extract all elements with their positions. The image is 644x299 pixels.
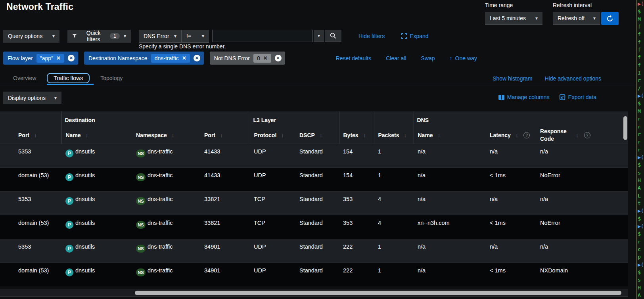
flow-row[interactable]: domain (53)PdnsutilsNSdns-traffic33821TC…: [0, 215, 628, 239]
cell-dest_port: 41433: [200, 144, 250, 167]
export-data-link[interactable]: Export data: [560, 94, 596, 100]
traffic-flows-table: DestinationL3 LayerDNSPort↕Name↕Namespac…: [0, 111, 628, 286]
column-header-port[interactable]: Port↕: [0, 127, 61, 144]
column-header-dscp[interactable]: DSCP↕: [295, 127, 339, 144]
namespace-badge: NS: [136, 221, 146, 229]
namespace-badge: NS: [136, 150, 146, 157]
column-group-header: [374, 111, 414, 127]
column-header-dns_response_code[interactable]: Response Code↕?: [536, 127, 628, 144]
search-icon: [330, 33, 336, 39]
vertical-scrollbar[interactable]: [623, 116, 627, 140]
cell-packets: 1: [374, 144, 414, 167]
terminal-text-fragment: M: [637, 15, 644, 23]
cell-bytes: 154: [339, 144, 374, 167]
horizontal-scrollbar[interactable]: [135, 291, 621, 295]
remove-chip-icon[interactable]: ✕: [182, 55, 186, 61]
sort-icon[interactable]: ↕: [516, 132, 518, 138]
refresh-interval-select[interactable]: Refresh off ▾: [553, 12, 600, 25]
flow-row[interactable]: 5353PdnsutilsNSdns-traffic34901UDPStanda…: [0, 239, 628, 263]
column-group-header: DNS: [414, 111, 628, 127]
column-header-protocol[interactable]: Protocol↕: [250, 127, 295, 144]
column-header-dns_latency[interactable]: Latency↕?: [486, 127, 536, 144]
chip-group-not-dns-error: Not DNS Error 0 ✕ ✕: [210, 52, 285, 65]
terminal-text-fragment: $: [637, 230, 644, 238]
terminal-text-fragment: s: [637, 276, 644, 284]
column-header-dest_port[interactable]: Port↕: [200, 127, 250, 144]
sort-icon[interactable]: ↕: [172, 132, 174, 138]
tab-topology[interactable]: Topology: [94, 73, 129, 83]
flow-row[interactable]: domain (53)PdnsutilsNSdns-traffic41433UD…: [0, 167, 628, 191]
remove-chip-icon[interactable]: ✕: [263, 55, 268, 61]
one-way-link[interactable]: ↑ One way: [450, 55, 477, 61]
terminal-text-fragment: H: [637, 176, 644, 184]
column-header-dns_name[interactable]: Name↕: [414, 127, 486, 144]
terminal-text-fragment: r: [637, 123, 644, 130]
cell-packets: 1: [374, 263, 414, 286]
sort-icon[interactable]: ↕: [220, 132, 223, 138]
sort-icon[interactable]: ↕: [34, 132, 37, 138]
sort-icon[interactable]: ↕: [320, 132, 322, 138]
help-icon[interactable]: ?: [584, 132, 590, 138]
column-header-bytes[interactable]: Bytes↕: [339, 127, 374, 144]
filter-field-select[interactable]: DNS Error ▾: [139, 30, 181, 42]
column-header-dest_namespace[interactable]: Namespace↕: [132, 127, 200, 144]
pod-badge: P: [65, 268, 73, 276]
cell-dscp: Standard: [295, 167, 339, 191]
namespace-badge: NS: [136, 268, 146, 276]
sort-icon[interactable]: ↕: [86, 132, 88, 138]
background-terminal-sliver: ▶($MffffffIr/▶($Mrrrrr▶($sHALt▶($▶($rcp▶…: [636, 0, 644, 299]
clear-all-link[interactable]: Clear all: [386, 55, 406, 61]
remove-chip-icon[interactable]: ✕: [56, 55, 61, 61]
cell-bytes: 353: [339, 215, 374, 239]
chevron-down-icon: ▾: [124, 33, 126, 39]
cell-dscp: Standard: [295, 263, 339, 286]
sort-icon[interactable]: ↕: [363, 132, 366, 138]
flow-row[interactable]: domain (53)PdnsutilsNSdns-traffic34901UD…: [0, 263, 628, 286]
sort-icon[interactable]: ↕: [576, 132, 579, 138]
remove-chip-group-icon[interactable]: ✕: [68, 55, 75, 61]
cell-packets: 4: [374, 191, 414, 215]
time-range-select[interactable]: Last 5 minutes ▾: [485, 12, 542, 25]
cell-dns_name: n/a: [414, 144, 486, 167]
sort-icon[interactable]: ↕: [404, 132, 406, 138]
chevron-down-icon: ▾: [202, 33, 204, 39]
tab-traffic-flows[interactable]: Traffic flows: [47, 73, 90, 83]
sort-icon[interactable]: ↕: [438, 132, 441, 138]
swap-link[interactable]: Swap: [421, 55, 435, 61]
show-histogram-link[interactable]: Show histogram: [493, 75, 532, 82]
column-label: Response Code: [540, 128, 571, 143]
display-options-button[interactable]: Display options ▾: [3, 92, 61, 104]
cell-dest_name: Pdnsutils: [61, 239, 132, 263]
filter-toolbar: Query options ▾ Quick filters 1 ▾ DNS Er…: [3, 30, 429, 42]
reset-defaults-link[interactable]: Reset defaults: [336, 55, 372, 61]
cell-packets: 4: [374, 215, 414, 239]
filter-operator-select[interactable]: != ▾: [181, 30, 209, 42]
cell-dns_latency: n/a: [486, 239, 536, 263]
cell-dns_response_code: NoError: [536, 215, 628, 239]
cell-packets: 1: [374, 167, 414, 191]
refresh-interval-label: Refresh interval: [553, 2, 619, 8]
remove-chip-group-icon[interactable]: ✕: [275, 55, 282, 61]
help-icon[interactable]: ?: [523, 132, 530, 138]
flow-row[interactable]: 5353PdnsutilsNSdns-traffic41433UDPStanda…: [0, 144, 628, 167]
hide-filters-link[interactable]: Hide filters: [358, 33, 385, 39]
filter-value-dropdown-button[interactable]: ▾: [314, 30, 324, 42]
column-header-packets[interactable]: Packets↕: [374, 127, 414, 144]
terminal-text-fragment: t: [637, 199, 644, 207]
refresh-button[interactable]: [601, 12, 619, 25]
filter-value-input[interactable]: [212, 30, 313, 42]
search-button[interactable]: [325, 30, 341, 42]
flow-row[interactable]: 5353PdnsutilsNSdns-traffic33821TCPStanda…: [0, 191, 628, 215]
query-options-button[interactable]: Query options ▾: [3, 30, 59, 42]
quick-filters-button[interactable]: Quick filters 1 ▾: [67, 30, 131, 42]
hide-advanced-options-link[interactable]: Hide advanced options: [545, 75, 601, 82]
expand-link[interactable]: Expand: [401, 33, 428, 39]
terminal-text-fragment: f: [637, 46, 644, 54]
tab-overview[interactable]: Overview: [6, 73, 43, 83]
pod-badge: P: [65, 245, 73, 253]
column-header-dest_name[interactable]: Name↕: [61, 127, 132, 144]
cell-dest_port: 34901: [200, 239, 250, 263]
sort-icon[interactable]: ↕: [281, 132, 284, 138]
manage-columns-link[interactable]: Manage columns: [498, 94, 550, 100]
remove-chip-group-icon[interactable]: ✕: [194, 55, 200, 61]
